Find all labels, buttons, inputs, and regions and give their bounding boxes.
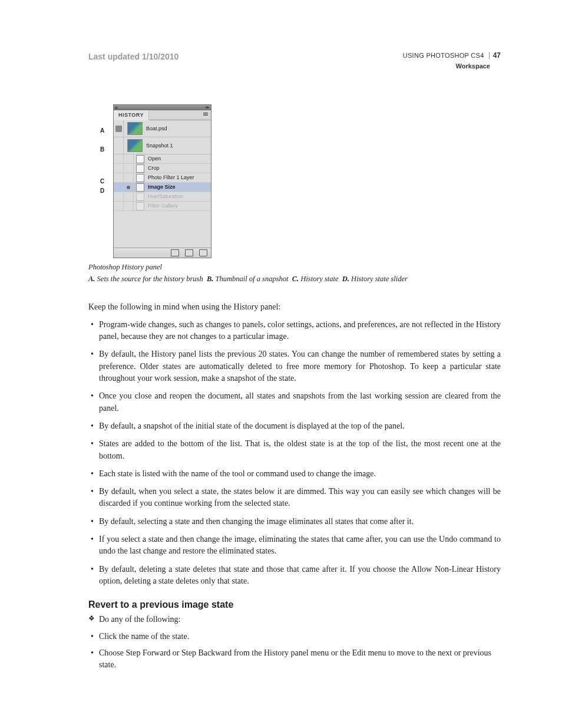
history-state-slider[interactable] (124, 183, 134, 192)
key-c-label: C. (292, 275, 299, 283)
callout-d: D (100, 187, 104, 196)
snapshot-thumbnail (127, 122, 143, 135)
state-icon (136, 193, 144, 201)
history-panel: ◂▸ HISTORY Boat.psd Snapshot 1 Open (113, 104, 211, 258)
list-item: By default, when you select a state, the… (88, 486, 501, 510)
snapshot-label: Snapshot 1 (146, 142, 173, 150)
close-icon[interactable] (115, 106, 118, 109)
state-label: Open (147, 155, 211, 163)
panel-tabs: HISTORY (114, 110, 211, 120)
state-label: Photo Filter 1 Layer (147, 174, 211, 182)
state-label: Filter Gallery (147, 202, 211, 210)
section-heading-revert: Revert to a previous image state (88, 598, 501, 611)
header-divider (489, 52, 490, 59)
state-icon (136, 183, 144, 192)
key-c-desc: History state (300, 275, 338, 283)
history-state-row[interactable]: Crop (114, 164, 211, 173)
doc-title: USING PHOTOSHOP CS4 (403, 51, 484, 61)
figure-history-panel: A B C D ◂▸ HISTORY Boat.psd Snapshot (100, 104, 501, 258)
panel-footer (114, 248, 211, 258)
callout-a: A (100, 127, 104, 136)
list-item: By default, deleting a state deletes tha… (88, 564, 501, 588)
figure-caption: Photoshop History panel (88, 262, 501, 272)
history-brush-icon (115, 126, 122, 132)
figure-callouts: A B C D (100, 104, 108, 249)
snapshot-row[interactable]: Snapshot 1 (114, 137, 211, 154)
history-brush-source[interactable] (114, 137, 124, 154)
key-b-label: B. (207, 275, 213, 283)
list-item: Choose Step Forward or Step Backward fro… (88, 647, 501, 671)
section-intro: Do any of the following: (88, 614, 501, 625)
page-number: 47 (493, 51, 501, 61)
key-d-label: D. (342, 275, 349, 283)
page-header: Last updated 1/10/2010 USING PHOTOSHOP C… (88, 51, 501, 71)
state-label: Hue/Saturation (147, 193, 211, 200)
list-item: By default, a snapshot of the initial st… (88, 420, 501, 432)
key-a-label: A. (88, 275, 95, 283)
figure-key: A. Sets the source for the history brush… (88, 274, 501, 284)
list-item: States are added to the bottom of the li… (88, 438, 501, 462)
snapshot-label: Boat.psd (146, 125, 167, 133)
delete-state-icon[interactable] (199, 249, 207, 256)
key-d-desc: History state slider (351, 275, 408, 283)
intro-paragraph: Keep the following in mind when using th… (88, 301, 501, 313)
sub-bullet-list: Click the name of the state. Choose Step… (88, 631, 501, 671)
callout-c: C (100, 177, 104, 186)
list-item: Each state is listed with the name of th… (88, 468, 501, 480)
state-icon (136, 155, 144, 163)
last-updated: Last updated 1/10/2010 (88, 51, 178, 62)
state-label: Image Size (147, 183, 211, 191)
new-snapshot-icon[interactable] (185, 249, 193, 256)
snapshot-thumbnail (127, 139, 143, 152)
state-icon (136, 174, 144, 182)
list-item: By default, selecting a state and then c… (88, 516, 501, 528)
list-item: Program-wide changes, such as changes to… (88, 319, 501, 343)
collapse-icon[interactable]: ◂▸ (205, 104, 210, 110)
history-state-row-selected[interactable]: Image Size (114, 183, 211, 192)
header-right: USING PHOTOSHOP CS4 47 Workspace (403, 51, 501, 71)
tab-history[interactable]: HISTORY (114, 110, 149, 120)
panel-menu-icon[interactable] (203, 112, 209, 118)
history-brush-source[interactable] (114, 120, 124, 137)
new-document-from-state-icon[interactable] (171, 249, 179, 256)
callout-b: B (100, 146, 104, 154)
list-item: Click the name of the state. (88, 631, 501, 643)
state-label: Crop (147, 164, 211, 172)
snapshot-row[interactable]: Boat.psd (114, 120, 211, 137)
list-item: If you select a state and then change th… (88, 533, 501, 558)
history-state-row[interactable]: Open (114, 154, 211, 164)
history-state-row-dimmed[interactable]: Filter Gallery (114, 202, 211, 211)
panel-blank-area (114, 211, 211, 248)
history-state-row-dimmed[interactable]: Hue/Saturation (114, 192, 211, 202)
header-section: Workspace (403, 62, 490, 71)
state-icon (136, 164, 144, 173)
key-b-desc: Thumbnail of a snapshot (216, 275, 289, 283)
state-icon (136, 202, 144, 210)
list-item: Once you close and reopen the document, … (88, 390, 501, 414)
history-state-row[interactable]: Photo Filter 1 Layer (114, 173, 211, 183)
list-item: By default, the History panel lists the … (88, 348, 501, 384)
key-a-desc: Sets the source for the history brush (97, 275, 203, 283)
bullet-list: Program-wide changes, such as changes to… (88, 319, 501, 587)
